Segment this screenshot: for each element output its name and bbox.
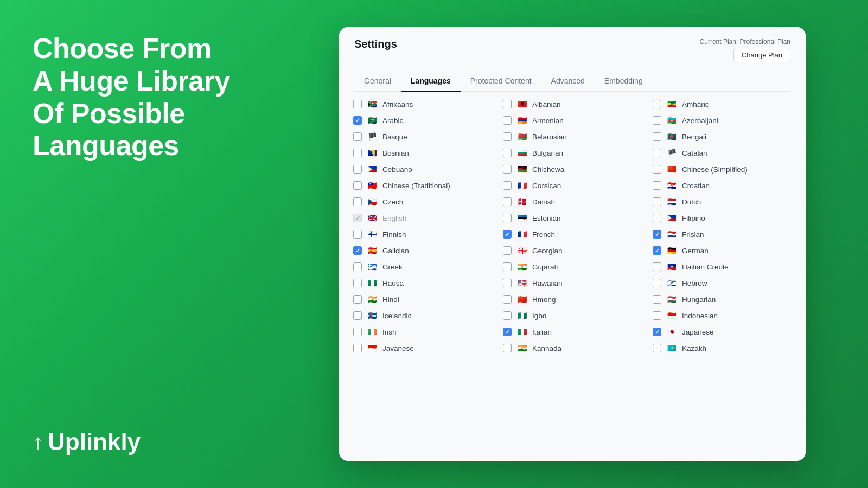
lang-cell: 🇿🇦Afrikaans <box>348 96 497 112</box>
lang-checkbox-galician[interactable] <box>353 246 362 255</box>
lang-checkbox-chinese-(traditional)[interactable] <box>353 181 362 190</box>
lang-checkbox-czech[interactable] <box>353 197 362 206</box>
lang-checkbox-bosnian[interactable] <box>353 149 362 157</box>
lang-checkbox-icelandic[interactable] <box>353 311 362 320</box>
lang-checkbox-chinese-(simplified)[interactable] <box>653 165 661 174</box>
lang-name: Hindi <box>382 296 399 304</box>
tab-embedding[interactable]: Embedding <box>595 71 653 92</box>
flag-icon: 🏴 <box>666 149 678 157</box>
lang-checkbox-catalan[interactable] <box>653 149 661 157</box>
lang-cell: 🇭🇹Haitian Creole <box>647 259 797 275</box>
lang-checkbox-armenian[interactable] <box>503 116 512 125</box>
lang-checkbox-azerbaijani[interactable] <box>653 116 661 125</box>
lang-checkbox-hebrew[interactable] <box>653 279 661 287</box>
flag-icon: 🇦🇱 <box>516 100 528 108</box>
lang-checkbox-amharic[interactable] <box>653 100 661 108</box>
lang-name: Chinese (Simplified) <box>682 165 748 174</box>
flag-icon: 🇮🇪 <box>366 328 378 336</box>
lang-checkbox-cebuano[interactable] <box>353 165 362 174</box>
lang-name: Icelandic <box>382 312 411 320</box>
lang-checkbox-hindi[interactable] <box>353 295 362 304</box>
lang-checkbox-estonian[interactable] <box>503 214 512 222</box>
lang-row: 🇧🇦Bosnian🇧🇬Bulgarian🏴Catalan <box>348 145 797 161</box>
lang-checkbox-haitian-creole[interactable] <box>653 262 661 271</box>
lang-checkbox-danish[interactable] <box>503 197 512 206</box>
lang-checkbox-basque[interactable] <box>353 132 362 141</box>
lang-name: Chinese (Traditional) <box>382 182 450 190</box>
lang-row: 🇨🇿Czech🇩🇰Danish🇳🇱Dutch <box>348 194 797 210</box>
flag-icon: 🇮🇩 <box>666 311 678 320</box>
lang-checkbox-irish[interactable] <box>353 328 362 336</box>
lang-cell: 🇭🇺Hungarian <box>647 291 797 307</box>
lang-checkbox-hawaiian[interactable] <box>503 279 512 287</box>
tab-advanced[interactable]: Advanced <box>541 71 595 92</box>
lang-cell: 🇬🇪Georgian <box>497 242 647 259</box>
lang-cell: 🇬🇧English <box>348 210 497 226</box>
lang-checkbox-japanese[interactable] <box>653 328 661 336</box>
lang-name: Greek <box>382 263 403 271</box>
lang-checkbox-gujarati[interactable] <box>503 262 512 271</box>
lang-row: 🇫🇮Finnish🇫🇷French🇳🇱Frisian <box>348 226 797 242</box>
plan-info: Current Plan: Professional Plan Change P… <box>700 38 790 62</box>
lang-checkbox-finnish[interactable] <box>353 230 362 239</box>
lang-cell: 🇲🇼Chichewa <box>497 161 647 177</box>
tab-general[interactable]: General <box>354 71 401 92</box>
lang-cell: 🇵🇭Cebuano <box>348 161 497 177</box>
tab-languages[interactable]: Languages <box>401 71 461 92</box>
hero-title: Choose FromA Huge LibraryOf PossibleLang… <box>33 33 250 162</box>
lang-checkbox-belarusian[interactable] <box>503 132 512 141</box>
right-panel: Settings Current Plan: Professional Plan… <box>277 0 868 488</box>
lang-checkbox-corsican[interactable] <box>503 181 512 190</box>
lang-cell: 🇮🇹Italian <box>497 324 647 340</box>
lang-checkbox-bengali[interactable] <box>653 132 661 141</box>
lang-checkbox-hmong[interactable] <box>503 295 512 304</box>
lang-checkbox-german[interactable] <box>653 246 661 255</box>
lang-checkbox-filipino[interactable] <box>653 214 661 222</box>
lang-checkbox-afrikaans[interactable] <box>353 100 362 108</box>
lang-name: Corsican <box>532 182 561 190</box>
change-plan-button[interactable]: Change Plan <box>733 48 790 62</box>
lang-checkbox-italian[interactable] <box>503 328 512 336</box>
lang-row: 🇸🇦Arabic🇦🇲Armenian🇦🇿Azerbaijani <box>348 112 797 129</box>
lang-checkbox-hungarian[interactable] <box>653 295 661 304</box>
flag-icon: 🇳🇬 <box>366 279 378 287</box>
lang-checkbox-indonesian[interactable] <box>653 311 661 320</box>
lang-checkbox-croatian[interactable] <box>653 181 661 190</box>
lang-cell: 🇳🇱Dutch <box>647 194 797 210</box>
lang-checkbox-hausa[interactable] <box>353 279 362 287</box>
lang-name: Cebuano <box>382 165 412 174</box>
flag-icon: 🇺🇸 <box>516 279 528 287</box>
lang-name: Arabic <box>382 117 403 125</box>
lang-checkbox-kannada[interactable] <box>503 344 512 352</box>
lang-name: Belarusian <box>532 133 567 141</box>
lang-cell: 🇯🇵Japanese <box>647 324 797 340</box>
lang-cell: 🇳🇬Igbo <box>497 307 647 324</box>
lang-checkbox-bulgarian[interactable] <box>503 149 512 157</box>
lang-row: 🏴Basque🇧🇾Belarusian🇧🇩Bengali <box>348 129 797 145</box>
lang-name: Filipino <box>682 214 705 222</box>
lang-checkbox-chichewa[interactable] <box>503 165 512 174</box>
lang-checkbox-french[interactable] <box>503 230 512 239</box>
lang-cell: 🇬🇷Greek <box>348 259 497 275</box>
lang-checkbox-kazakh[interactable] <box>653 344 661 352</box>
lang-cell: 🇮🇸Icelandic <box>348 307 497 324</box>
tab-protected-content[interactable]: Protected Content <box>461 71 541 92</box>
lang-checkbox-arabic[interactable] <box>353 116 362 125</box>
lang-checkbox-dutch[interactable] <box>653 197 661 206</box>
flag-icon: 🇦🇿 <box>666 116 678 125</box>
lang-checkbox-greek[interactable] <box>353 262 362 271</box>
lang-name: Kazakh <box>682 344 706 352</box>
lang-checkbox-frisian[interactable] <box>653 230 661 239</box>
lang-checkbox-english[interactable] <box>353 214 362 222</box>
lang-name: Indonesian <box>682 312 718 320</box>
lang-checkbox-albanian[interactable] <box>503 100 512 108</box>
lang-checkbox-javanese[interactable] <box>353 344 362 352</box>
lang-name: Azerbaijani <box>682 117 718 125</box>
flag-icon: 🇵🇭 <box>366 165 378 174</box>
flag-icon: 🇸🇦 <box>366 116 378 125</box>
lang-name: Bosnian <box>382 149 409 157</box>
lang-checkbox-georgian[interactable] <box>503 246 512 255</box>
lang-cell: 🇪🇪Estonian <box>497 210 647 226</box>
lang-checkbox-igbo[interactable] <box>503 311 512 320</box>
lang-name: Javanese <box>382 344 414 352</box>
